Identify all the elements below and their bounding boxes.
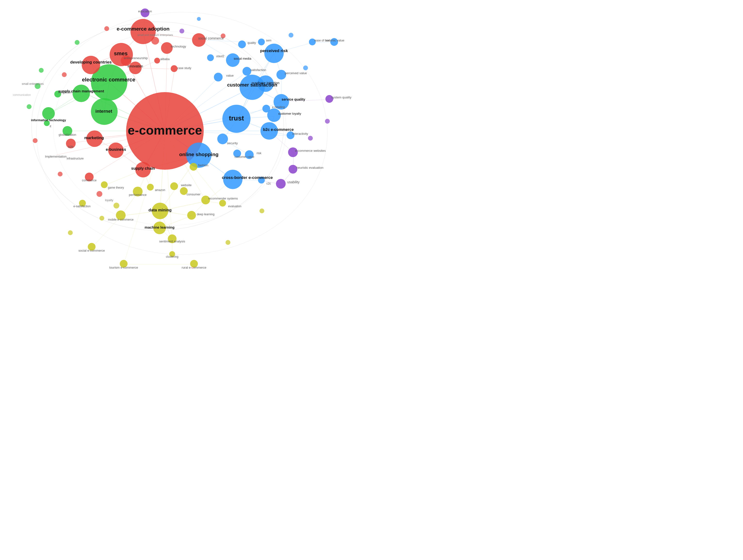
- label-e-commerce-websites: e-commerce websites: [295, 149, 326, 152]
- label-e-satisfaction: e-satisfaction: [74, 204, 91, 208]
- label-system-quality: system quality: [332, 95, 352, 99]
- label-it: it: [50, 125, 51, 128]
- node-heuristic-evaluation: [289, 165, 297, 174]
- node-small-9: [68, 230, 73, 235]
- node-loyalty: [96, 191, 102, 197]
- node-small-15: [289, 33, 294, 38]
- label-information-technology: information technology: [31, 118, 66, 122]
- label-developing-countries: developing countries: [70, 60, 112, 64]
- label-mobile-e-commerce: mobile e-commerce: [108, 218, 134, 221]
- node-game-theory: [101, 181, 108, 188]
- node-small-19: [197, 17, 201, 21]
- label-b2c-e-commerce: b2c e-commerce: [263, 128, 294, 132]
- node-small-17: [179, 29, 184, 34]
- label-customer-loyalty: customer loyalty: [278, 112, 301, 115]
- node-usability: [276, 179, 286, 189]
- label-technology: technology: [171, 45, 186, 48]
- label-sem: sem: [266, 39, 272, 42]
- label-infrastructure: infrastructure: [67, 157, 84, 160]
- node-small-11: [259, 208, 264, 213]
- label-commerce: commerce: [82, 178, 97, 182]
- label-consumer: consumer: [186, 192, 201, 196]
- node-value: [214, 73, 223, 82]
- label-e-commerce: e-commerce: [128, 123, 202, 137]
- label-c2c: c2c: [266, 182, 271, 185]
- label-machine-learning: machine learning: [144, 225, 174, 229]
- network-visualization: e-commerce electronic commerce internet …: [0, 0, 372, 280]
- node-case-study: [171, 65, 177, 72]
- node-small-6: [33, 138, 38, 143]
- node-developing-countries: [82, 56, 100, 74]
- node-small-2: [39, 68, 44, 73]
- node-website: [170, 182, 178, 190]
- label-cross-border-e-commerce: cross-border e-commerce: [222, 175, 273, 180]
- label-internet: internet: [95, 108, 112, 114]
- label-e-retailing: e-retailing: [272, 105, 285, 109]
- node-satisfaction: [243, 67, 251, 76]
- label-supply-chain: supply chain: [131, 166, 155, 171]
- node-fashion: [190, 163, 198, 171]
- label-tourism-e-commerce: tourism e-commerce: [110, 266, 138, 269]
- label-rural-e-commerce: rural e-commerce: [182, 266, 206, 269]
- label-recommender-systems: recommender systems: [208, 197, 237, 200]
- label-globalization: globalization: [59, 133, 76, 137]
- label-performance: performance: [129, 193, 147, 197]
- node-small-18: [104, 26, 109, 31]
- node-small-13: [325, 119, 330, 124]
- label-loyalty: loyalty: [105, 198, 113, 202]
- label-website: website: [181, 183, 191, 187]
- label-small-medium-enterprises: small and medium enterprises: [137, 34, 173, 36]
- label-entrepreneurship: entrepreneurship: [124, 56, 148, 60]
- label-security: security: [227, 141, 238, 145]
- node-perceived-risk: [264, 44, 284, 63]
- node-e-retailing: [262, 105, 270, 112]
- label-case-study: case study: [177, 66, 191, 70]
- node-small-5: [27, 104, 32, 109]
- label-service-quality: service quality: [281, 97, 305, 101]
- node-small-7: [58, 172, 62, 177]
- label-satisfaction: satisfaction: [250, 68, 266, 72]
- label-usability: usability: [287, 180, 300, 184]
- node-small-12: [308, 136, 313, 141]
- label-evaluation: evaluation: [228, 204, 242, 208]
- node-small-8: [99, 216, 104, 221]
- node-quality: [238, 41, 246, 48]
- network-svg: e-commerce electronic commerce internet …: [0, 0, 372, 280]
- node-utaut2: [207, 54, 214, 61]
- node-alibaba: [154, 58, 160, 63]
- label-data-mining: data mining: [148, 208, 171, 213]
- node-small-10: [225, 240, 230, 245]
- label-customer-value: customer value: [234, 155, 254, 158]
- label-sentiment-analysis: sentiment analysis: [159, 239, 185, 243]
- label-perceived-risk: perceived risk: [260, 48, 288, 53]
- node-small-14: [303, 65, 308, 70]
- label-innovation: innovation: [128, 64, 143, 68]
- label-perceived-value: perceived value: [285, 71, 307, 75]
- label-game-theory: game theory: [108, 186, 124, 189]
- label-e-commerce-adoption: e-commerce adoption: [117, 26, 170, 32]
- label-utaut2: utaut2: [216, 54, 224, 58]
- label-integration: integration: [58, 91, 72, 94]
- label-electronic-commerce: electronic commerce: [82, 77, 135, 83]
- node-deep-learning: [187, 211, 196, 220]
- label-communication: communication: [13, 93, 31, 96]
- node-security: [217, 134, 228, 144]
- node-small-4: [75, 40, 80, 45]
- label-deep-learning: deep learning: [197, 213, 215, 216]
- node-small-20: [114, 203, 119, 208]
- label-marketing: marketing: [84, 136, 104, 140]
- label-b2b: b2b: [68, 145, 74, 149]
- label-education: education: [138, 9, 152, 13]
- label-clustering: clustering: [166, 255, 178, 259]
- label-value: value: [226, 74, 233, 77]
- label-trust: trust: [229, 114, 244, 122]
- label-alibaba: alibaba: [160, 57, 170, 61]
- node-amazon: [147, 184, 154, 191]
- label-implementation: Implementation: [45, 155, 67, 158]
- label-quality: quality: [248, 41, 256, 45]
- node-evaluation: [219, 200, 226, 206]
- label-smes: smes: [114, 50, 128, 56]
- label-risk: risk: [257, 151, 262, 155]
- label-amazon: amazon: [155, 188, 165, 192]
- label-ease-of-use: ease of use: [314, 39, 330, 42]
